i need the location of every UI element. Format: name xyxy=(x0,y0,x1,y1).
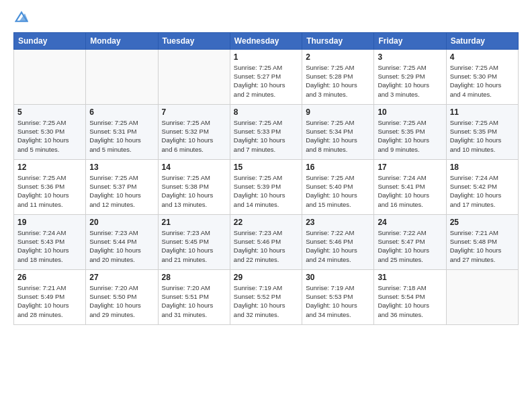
calendar-week-1: 1Sunrise: 7:25 AM Sunset: 5:27 PM Daylig… xyxy=(14,49,519,104)
calendar-cell: 27Sunrise: 7:20 AM Sunset: 5:50 PM Dayli… xyxy=(86,269,158,324)
day-info: Sunrise: 7:20 AM Sunset: 5:50 PM Dayligh… xyxy=(89,283,154,319)
calendar-cell: 5Sunrise: 7:25 AM Sunset: 5:30 PM Daylig… xyxy=(14,104,86,159)
day-number: 17 xyxy=(378,163,442,172)
day-info: Sunrise: 7:22 AM Sunset: 5:47 PM Dayligh… xyxy=(378,228,442,264)
day-info: Sunrise: 7:25 AM Sunset: 5:28 PM Dayligh… xyxy=(306,63,370,99)
calendar-cell: 7Sunrise: 7:25 AM Sunset: 5:32 PM Daylig… xyxy=(158,104,230,159)
calendar-cell: 18Sunrise: 7:24 AM Sunset: 5:42 PM Dayli… xyxy=(446,159,518,214)
day-number: 13 xyxy=(89,163,154,172)
day-info: Sunrise: 7:20 AM Sunset: 5:51 PM Dayligh… xyxy=(162,283,226,319)
day-info: Sunrise: 7:25 AM Sunset: 5:39 PM Dayligh… xyxy=(234,173,298,209)
calendar-table: SundayMondayTuesdayWednesdayThursdayFrid… xyxy=(13,32,519,325)
calendar-cell: 16Sunrise: 7:25 AM Sunset: 5:40 PM Dayli… xyxy=(302,159,374,214)
day-info: Sunrise: 7:23 AM Sunset: 5:45 PM Dayligh… xyxy=(162,228,226,264)
logo-icon xyxy=(15,10,28,24)
weekday-sunday: Sunday xyxy=(14,32,86,49)
day-number: 7 xyxy=(162,107,226,117)
calendar-cell: 12Sunrise: 7:25 AM Sunset: 5:36 PM Dayli… xyxy=(14,159,86,214)
day-number: 30 xyxy=(306,273,370,282)
calendar-week-3: 12Sunrise: 7:25 AM Sunset: 5:36 PM Dayli… xyxy=(14,159,519,214)
day-info: Sunrise: 7:21 AM Sunset: 5:48 PM Dayligh… xyxy=(450,228,515,264)
weekday-monday: Monday xyxy=(86,32,158,49)
day-info: Sunrise: 7:21 AM Sunset: 5:49 PM Dayligh… xyxy=(17,283,82,319)
day-info: Sunrise: 7:25 AM Sunset: 5:29 PM Dayligh… xyxy=(378,63,442,99)
day-number: 11 xyxy=(450,107,515,117)
day-number: 29 xyxy=(234,273,298,282)
calendar-cell: 24Sunrise: 7:22 AM Sunset: 5:47 PM Dayli… xyxy=(374,214,446,269)
day-number: 12 xyxy=(17,163,82,172)
day-info: Sunrise: 7:18 AM Sunset: 5:54 PM Dayligh… xyxy=(378,283,442,319)
day-info: Sunrise: 7:25 AM Sunset: 5:27 PM Dayligh… xyxy=(234,63,298,99)
day-info: Sunrise: 7:25 AM Sunset: 5:36 PM Dayligh… xyxy=(17,173,82,209)
day-info: Sunrise: 7:24 AM Sunset: 5:43 PM Dayligh… xyxy=(17,228,82,264)
calendar-week-2: 5Sunrise: 7:25 AM Sunset: 5:30 PM Daylig… xyxy=(14,104,519,159)
day-info: Sunrise: 7:19 AM Sunset: 5:52 PM Dayligh… xyxy=(234,283,298,319)
day-info: Sunrise: 7:25 AM Sunset: 5:37 PM Dayligh… xyxy=(89,173,154,209)
calendar-cell: 8Sunrise: 7:25 AM Sunset: 5:33 PM Daylig… xyxy=(230,104,302,159)
day-number: 3 xyxy=(378,52,442,62)
calendar-cell: 26Sunrise: 7:21 AM Sunset: 5:49 PM Dayli… xyxy=(14,269,86,324)
calendar-cell: 13Sunrise: 7:25 AM Sunset: 5:37 PM Dayli… xyxy=(86,159,158,214)
day-info: Sunrise: 7:25 AM Sunset: 5:31 PM Dayligh… xyxy=(89,118,154,154)
day-number: 21 xyxy=(162,218,226,227)
day-info: Sunrise: 7:23 AM Sunset: 5:44 PM Dayligh… xyxy=(89,228,154,264)
day-info: Sunrise: 7:25 AM Sunset: 5:30 PM Dayligh… xyxy=(17,118,82,154)
calendar-cell: 4Sunrise: 7:25 AM Sunset: 5:30 PM Daylig… xyxy=(446,49,518,104)
calendar-week-5: 26Sunrise: 7:21 AM Sunset: 5:49 PM Dayli… xyxy=(14,269,519,324)
day-number: 20 xyxy=(89,218,154,227)
calendar-cell: 6Sunrise: 7:25 AM Sunset: 5:31 PM Daylig… xyxy=(86,104,158,159)
day-info: Sunrise: 7:22 AM Sunset: 5:46 PM Dayligh… xyxy=(306,228,370,264)
weekday-saturday: Saturday xyxy=(446,32,518,49)
day-info: Sunrise: 7:24 AM Sunset: 5:41 PM Dayligh… xyxy=(378,173,442,209)
day-info: Sunrise: 7:25 AM Sunset: 5:35 PM Dayligh… xyxy=(450,118,515,154)
day-info: Sunrise: 7:25 AM Sunset: 5:35 PM Dayligh… xyxy=(378,118,442,154)
day-info: Sunrise: 7:25 AM Sunset: 5:40 PM Dayligh… xyxy=(306,173,370,209)
calendar-cell: 1Sunrise: 7:25 AM Sunset: 5:27 PM Daylig… xyxy=(230,49,302,104)
calendar-cell: 29Sunrise: 7:19 AM Sunset: 5:52 PM Dayli… xyxy=(230,269,302,324)
day-number: 6 xyxy=(89,107,154,117)
day-number: 4 xyxy=(450,52,515,62)
day-number: 15 xyxy=(234,163,298,172)
day-info: Sunrise: 7:23 AM Sunset: 5:46 PM Dayligh… xyxy=(234,228,298,264)
day-info: Sunrise: 7:25 AM Sunset: 5:33 PM Dayligh… xyxy=(234,118,298,154)
calendar-cell: 2Sunrise: 7:25 AM Sunset: 5:28 PM Daylig… xyxy=(302,49,374,104)
weekday-friday: Friday xyxy=(374,32,446,49)
day-number: 18 xyxy=(450,163,515,172)
logo-text xyxy=(13,10,28,27)
calendar-body: 1Sunrise: 7:25 AM Sunset: 5:27 PM Daylig… xyxy=(14,49,519,324)
calendar-cell: 25Sunrise: 7:21 AM Sunset: 5:48 PM Dayli… xyxy=(446,214,518,269)
calendar-cell: 17Sunrise: 7:24 AM Sunset: 5:41 PM Dayli… xyxy=(374,159,446,214)
day-number: 10 xyxy=(378,107,442,117)
day-number: 27 xyxy=(89,273,154,282)
weekday-wednesday: Wednesday xyxy=(230,32,302,49)
calendar-cell: 11Sunrise: 7:25 AM Sunset: 5:35 PM Dayli… xyxy=(446,104,518,159)
calendar-cell: 19Sunrise: 7:24 AM Sunset: 5:43 PM Dayli… xyxy=(14,214,86,269)
day-info: Sunrise: 7:25 AM Sunset: 5:34 PM Dayligh… xyxy=(306,118,370,154)
day-number: 31 xyxy=(378,273,442,282)
calendar-cell: 22Sunrise: 7:23 AM Sunset: 5:46 PM Dayli… xyxy=(230,214,302,269)
day-info: Sunrise: 7:19 AM Sunset: 5:53 PM Dayligh… xyxy=(306,283,370,319)
day-info: Sunrise: 7:25 AM Sunset: 5:30 PM Dayligh… xyxy=(450,63,515,99)
calendar-cell: 15Sunrise: 7:25 AM Sunset: 5:39 PM Dayli… xyxy=(230,159,302,214)
day-number: 16 xyxy=(306,163,370,172)
day-number: 19 xyxy=(17,218,82,227)
day-info: Sunrise: 7:25 AM Sunset: 5:32 PM Dayligh… xyxy=(162,118,226,154)
weekday-header-row: SundayMondayTuesdayWednesdayThursdayFrid… xyxy=(14,32,519,49)
calendar-cell xyxy=(158,49,230,104)
calendar-cell: 23Sunrise: 7:22 AM Sunset: 5:46 PM Dayli… xyxy=(302,214,374,269)
day-number: 9 xyxy=(306,107,370,117)
weekday-thursday: Thursday xyxy=(302,32,374,49)
calendar-cell: 30Sunrise: 7:19 AM Sunset: 5:53 PM Dayli… xyxy=(302,269,374,324)
day-number: 28 xyxy=(162,273,226,282)
day-number: 8 xyxy=(234,107,298,117)
calendar-cell: 21Sunrise: 7:23 AM Sunset: 5:45 PM Dayli… xyxy=(158,214,230,269)
calendar-cell xyxy=(446,269,518,324)
calendar-cell: 31Sunrise: 7:18 AM Sunset: 5:54 PM Dayli… xyxy=(374,269,446,324)
day-info: Sunrise: 7:24 AM Sunset: 5:42 PM Dayligh… xyxy=(450,173,515,209)
day-number: 14 xyxy=(162,163,226,172)
day-number: 5 xyxy=(17,107,82,117)
day-number: 2 xyxy=(306,52,370,62)
page-container: SundayMondayTuesdayWednesdayThursdayFrid… xyxy=(0,0,532,411)
day-number: 25 xyxy=(450,218,515,227)
weekday-tuesday: Tuesday xyxy=(158,32,230,49)
